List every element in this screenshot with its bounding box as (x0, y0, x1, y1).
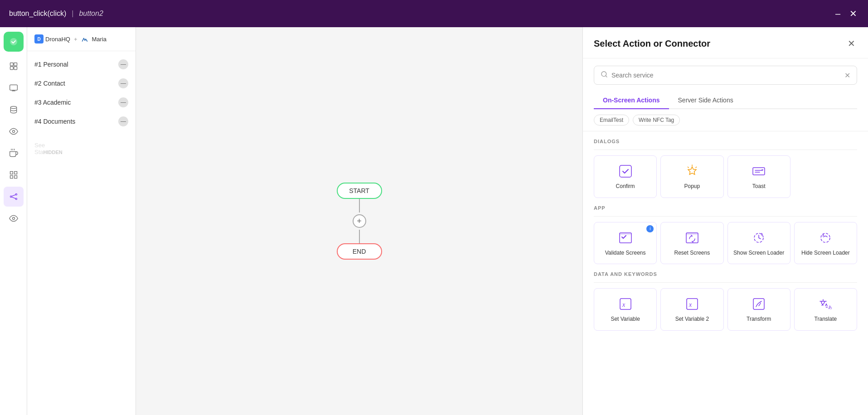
search-input[interactable] (611, 72, 844, 79)
svg-rect-10 (10, 176, 13, 179)
svg-text:x: x (622, 301, 626, 308)
flow-node-end: END (337, 243, 382, 260)
section-label-app: APP (594, 205, 857, 211)
sidebar-item-preview[interactable] (4, 208, 24, 228)
tabs: On-Screen Actions Server Side Actions (594, 92, 857, 109)
set-var2-icon: x (684, 296, 700, 312)
item-badge: — (118, 116, 128, 126)
svg-rect-2 (14, 63, 17, 66)
app-grid: i Validate Screens Reset Screens (594, 222, 857, 265)
sidebar-item-visibility[interactable] (4, 121, 24, 141)
svg-rect-1 (10, 63, 13, 66)
translate-label: Translate (815, 316, 837, 323)
flow-add-button[interactable]: + (353, 214, 366, 228)
action-item-translate[interactable]: あ Translate (794, 288, 857, 331)
canvas-area: START + END (136, 27, 582, 415)
action-item-set-var2[interactable]: x Set Variable 2 (660, 288, 723, 331)
recent-tab-nfc[interactable]: Write NFC Tag (633, 115, 680, 125)
svg-rect-23 (686, 233, 698, 235)
sidebar-item-pages[interactable] (4, 56, 24, 76)
tab-on-screen[interactable]: On-Screen Actions (594, 92, 669, 109)
section-label-data: DATA AND KEYWORDS (594, 271, 857, 277)
svg-text:x: x (689, 301, 692, 308)
search-icon (601, 71, 608, 80)
validate-badge: i (646, 225, 654, 232)
svg-rect-26 (620, 299, 631, 309)
reset-icon (684, 230, 700, 246)
flow-connector-bottom (359, 230, 360, 243)
recent-tab-emailtest[interactable]: EmailTest (594, 115, 629, 125)
hide-loader-label: Hide Screen Loader (801, 250, 850, 257)
svg-rect-5 (10, 85, 17, 90)
section-divider-app (594, 216, 857, 217)
sidebar-item-plugins[interactable] (4, 143, 24, 163)
item-badge: — (118, 59, 128, 69)
action-item-confirm[interactable]: Confirm (594, 155, 657, 198)
see-status: SeeStaHIDDEN (27, 135, 136, 163)
translate-icon: あ (817, 296, 834, 312)
action-item-popup[interactable]: Popup (660, 155, 723, 198)
sidebar-item-workflow[interactable] (4, 187, 24, 207)
svg-point-6 (10, 106, 16, 109)
tab-server-side[interactable]: Server Side Actions (669, 92, 742, 109)
left-panel: D DronaHQ + Maria #1 Personal — #2 Conta… (27, 27, 136, 415)
validate-label: Validate Screens (605, 250, 646, 257)
flow-connector-top (359, 199, 360, 212)
recent-tabs: EmailTest Write NFC Tag (583, 109, 868, 131)
svg-point-7 (12, 130, 15, 133)
svg-rect-8 (10, 172, 13, 174)
popup-label: Popup (684, 183, 700, 190)
right-panel-header: Select Action or Connector ✕ (583, 27, 868, 58)
section-label-dialogs: DIALOGS (594, 139, 857, 144)
set-var1-icon: x (617, 296, 634, 312)
flow-container: START + END (337, 183, 382, 260)
validate-icon (617, 230, 634, 246)
svg-rect-17 (620, 165, 631, 177)
left-panel-items: #1 Personal — #2 Contact — #3 Academic —… (27, 51, 136, 135)
drona-logo: D DronaHQ + Maria (34, 34, 107, 43)
search-clear-button[interactable]: ✕ (844, 71, 850, 80)
action-item-validate[interactable]: i Validate Screens (594, 222, 657, 265)
svg-rect-28 (687, 299, 698, 309)
right-panel-title: Select Action or Connector (594, 39, 710, 56)
svg-point-15 (12, 217, 15, 220)
action-item-transform[interactable]: Transform (727, 288, 790, 331)
minimize-button[interactable]: – (834, 6, 842, 21)
svg-rect-21 (620, 233, 631, 235)
list-item[interactable]: #3 Academic — (27, 93, 136, 112)
list-item[interactable]: #2 Contact — (27, 74, 136, 93)
sidebar-item-database[interactable] (4, 100, 24, 120)
plus-sign: + (74, 36, 78, 43)
set-var2-label: Set Variable 2 (675, 316, 709, 323)
reset-label: Reset Screens (674, 250, 710, 257)
dialogs-grid: Confirm Popup Toast (594, 155, 857, 198)
top-bar: button_click(click) | button2 – ✕ (0, 0, 868, 27)
confirm-icon (617, 163, 634, 179)
sidebar-item-screens[interactable] (4, 78, 24, 98)
list-item[interactable]: #4 Documents — (27, 112, 136, 131)
action-item-toast[interactable]: Toast (727, 155, 790, 198)
topbar-subtitle: button2 (79, 10, 103, 18)
item-badge: — (118, 78, 128, 88)
action-item-hide-loader[interactable]: Hide Screen Loader (794, 222, 857, 265)
transform-label: Transform (747, 316, 771, 323)
list-item[interactable]: #1 Personal — (27, 55, 136, 74)
section-content: DIALOGS Confirm Popup (583, 131, 868, 415)
show-loader-icon (751, 230, 767, 246)
svg-rect-19 (761, 169, 763, 170)
topbar-separator: | (72, 10, 73, 18)
sidebar-item-grid[interactable] (4, 165, 24, 185)
topbar-title: button_click(click) (9, 10, 66, 18)
toast-icon (751, 163, 767, 179)
item-badge: — (118, 97, 128, 107)
action-item-show-loader[interactable]: Show Screen Loader (727, 222, 790, 265)
close-window-button[interactable]: ✕ (848, 6, 859, 21)
action-item-reset[interactable]: Reset Screens (660, 222, 723, 265)
close-panel-button[interactable]: ✕ (846, 36, 857, 51)
action-item-set-var1[interactable]: x Set Variable (594, 288, 657, 331)
item-label: #1 Personal (34, 61, 68, 68)
hide-loader-icon (817, 230, 834, 246)
popup-icon (684, 163, 700, 179)
svg-point-13 (15, 193, 17, 195)
svg-rect-30 (753, 299, 764, 309)
